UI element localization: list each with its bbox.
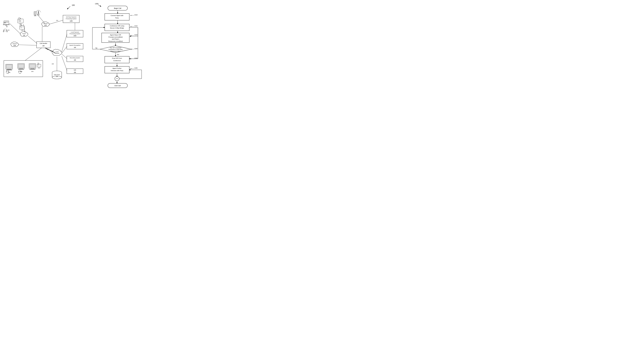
svg-rect-27 <box>22 27 22 27</box>
diamond-label-2: Transaction or Has Party <box>108 49 123 50</box>
svg-rect-28 <box>20 27 21 27</box>
agent-hears-label-4: Responses (modified) <box>108 40 123 42</box>
conference-ivr-label-1: Conference IVR using <box>110 25 124 27</box>
or-label: Or <box>116 78 118 79</box>
svg-point-9 <box>4 29 7 31</box>
figure-number: 100 <box>72 4 75 6</box>
label-105: 105 <box>5 25 7 26</box>
agent-hears-label-2: Prompts (unmodified) <box>109 36 123 38</box>
svg-line-98 <box>98 5 101 6</box>
label-call-handler: Call Handler <box>40 43 47 44</box>
label-local-network: Local <box>55 51 58 52</box>
svg-line-91 <box>62 34 67 52</box>
svg-rect-69 <box>31 68 34 69</box>
sublabel-pstn: 115 <box>23 35 25 36</box>
label-speech-rec: Speech Recognition <box>69 44 81 46</box>
svg-rect-32 <box>21 28 22 28</box>
label-ivr: IVR <box>74 69 76 71</box>
connect-agent-label-1: Connect Agent with <box>111 15 123 16</box>
label-110a: 110a <box>19 23 22 24</box>
svg-line-86 <box>45 48 54 53</box>
label-local-payment-1: Local Payment <box>71 31 79 33</box>
svg-line-94 <box>62 56 67 71</box>
svg-line-82 <box>28 36 37 43</box>
svg-rect-35 <box>34 12 36 14</box>
diamond-label-3: Requested Help? <box>111 51 120 52</box>
sublabel-internet-b: 123b <box>44 24 47 26</box>
label-161b: 161b <box>19 73 21 74</box>
label-third-party-1: 3rd Party Payment <box>66 16 76 18</box>
sublabel-speech-rec: 140 <box>74 46 76 48</box>
agent-hears-label-3: and Party's <box>112 38 119 40</box>
label-yes: Yes <box>117 54 119 55</box>
label-110b: 110b <box>21 30 23 31</box>
flowchart-ref-label: 1300 <box>95 3 98 5</box>
svg-rect-19 <box>20 21 20 21</box>
svg-line-81 <box>37 14 45 23</box>
svg-rect-26 <box>21 27 22 27</box>
label-third-party-2: Processing System <box>66 18 76 20</box>
label-1335: 1335 <box>134 67 138 69</box>
svg-rect-61 <box>18 69 24 70</box>
label-internet-b: Internet <box>43 23 47 24</box>
connect-agent-label-2: Party <box>115 17 119 19</box>
svg-rect-77 <box>39 65 39 66</box>
svg-rect-15 <box>19 20 19 20</box>
label-pstn: PSTN <box>22 33 26 34</box>
svg-line-0 <box>68 6 70 8</box>
label-161a: 161a <box>6 73 9 74</box>
label-1325: 1325 <box>134 48 138 49</box>
sublabel-third-party: 135b <box>70 20 73 21</box>
drop-ivr-label-1: Drop IVR From <box>112 57 122 59</box>
svg-point-36 <box>35 15 35 15</box>
diamond-label-1: Has IVR Completed <box>110 47 121 48</box>
svg-rect-68 <box>30 64 35 68</box>
label-161c: 161c <box>38 67 40 69</box>
svg-rect-33 <box>22 28 22 28</box>
sublabel-ivr: 156 <box>74 71 76 73</box>
svg-line-38 <box>38 11 39 15</box>
svg-rect-75 <box>38 65 38 66</box>
sublabel-recording: 155 <box>74 59 76 61</box>
svg-rect-17 <box>21 20 21 20</box>
begin-call-label: Begin Call <box>114 7 121 9</box>
label-154: 154 <box>56 20 58 21</box>
svg-rect-76 <box>38 65 39 66</box>
end-call-label: End Call <box>114 85 121 87</box>
svg-line-93 <box>62 54 67 59</box>
svg-rect-21 <box>19 21 19 22</box>
svg-rect-31 <box>20 28 21 28</box>
svg-text:▬▬: ▬▬ <box>4 22 6 23</box>
svg-rect-25 <box>20 27 21 27</box>
sublabel-call-handler: 130 <box>42 45 44 46</box>
label-168: 168 <box>52 63 54 64</box>
svg-rect-70 <box>30 69 35 70</box>
svg-rect-73 <box>38 65 39 65</box>
svg-line-37 <box>38 11 38 15</box>
label-160c: 160c <box>31 71 34 72</box>
sublabel-internet-a: 123a <box>13 45 16 46</box>
conference-ivr-label-2: Secure 3-Way Bridge <box>110 27 124 29</box>
svg-line-1 <box>67 8 68 9</box>
drop-ivr-label-2: Conference <box>113 60 121 61</box>
label-1315: 1315 <box>134 25 138 27</box>
label-110c: 110c <box>34 15 36 16</box>
agent-hears-label-1: Agent Hears IVR <box>110 34 121 36</box>
recording-system-box <box>67 56 83 62</box>
sublabel-local-network: Network <box>55 53 59 54</box>
agent-further-label-2: Interacts with Party <box>111 70 123 71</box>
svg-rect-50 <box>8 69 11 70</box>
svg-rect-18 <box>19 21 19 21</box>
sublabel-local-payment: 135a <box>74 35 76 36</box>
svg-line-96 <box>25 48 42 61</box>
svg-rect-74 <box>39 65 39 65</box>
label-1310: 1310 <box>134 14 138 16</box>
label-local-payment-2: Processing System <box>69 33 80 34</box>
svg-line-92 <box>62 46 67 53</box>
svg-rect-23 <box>21 21 21 22</box>
label-170: 170 <box>50 50 52 52</box>
main-diagram: 100 ▬▬ 105 106 <box>0 0 156 91</box>
svg-line-78 <box>9 23 21 34</box>
network-diagram: 100 ▬▬ 105 106 <box>0 0 86 91</box>
label-1320: 1320 <box>134 34 138 36</box>
